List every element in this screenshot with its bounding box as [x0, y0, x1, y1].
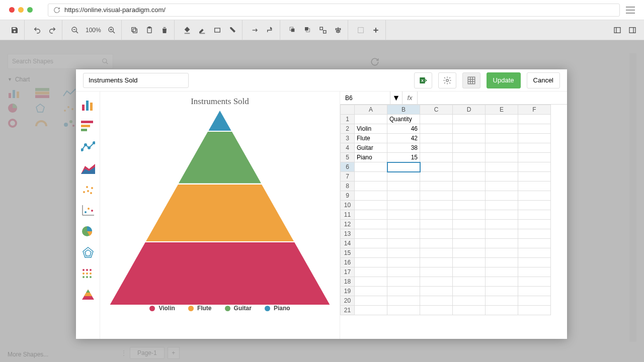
- cell[interactable]: [518, 124, 551, 134]
- cell[interactable]: [420, 143, 453, 153]
- minimize-window[interactable]: [18, 7, 24, 13]
- type-pie-icon[interactable]: [81, 225, 95, 237]
- row-header[interactable]: 18: [341, 277, 355, 287]
- type-pyramid-icon[interactable]: [81, 289, 95, 301]
- row-header[interactable]: 14: [341, 239, 355, 248]
- row-header[interactable]: 15: [341, 248, 355, 258]
- cell[interactable]: [518, 248, 551, 258]
- cell[interactable]: [420, 220, 453, 229]
- cell[interactable]: [453, 248, 486, 258]
- cell[interactable]: [486, 287, 518, 296]
- settings-button[interactable]: [438, 72, 456, 88]
- cell[interactable]: [387, 172, 420, 182]
- connector-style-button[interactable]: [264, 24, 277, 37]
- type-scatter-axis-icon[interactable]: [81, 204, 95, 216]
- cell[interactable]: [453, 296, 486, 306]
- cell[interactable]: [420, 267, 453, 277]
- browser-menu-icon[interactable]: [626, 7, 635, 14]
- cell[interactable]: [518, 277, 551, 287]
- cell[interactable]: [486, 143, 518, 153]
- cell[interactable]: [486, 306, 518, 315]
- cell[interactable]: [486, 191, 518, 201]
- col-header[interactable]: F: [518, 105, 551, 115]
- cell[interactable]: [420, 134, 453, 143]
- cell[interactable]: [518, 229, 551, 239]
- cell[interactable]: [387, 201, 420, 210]
- cell[interactable]: [453, 153, 486, 162]
- bring-front-button[interactable]: [286, 24, 299, 37]
- cell[interactable]: [486, 210, 518, 220]
- paste-button[interactable]: [143, 24, 156, 37]
- redo-button[interactable]: [46, 24, 59, 37]
- type-line-icon[interactable]: [81, 141, 95, 153]
- export-excel-button[interactable]: X: [414, 72, 432, 88]
- data-grid-toggle[interactable]: [462, 72, 480, 88]
- cell[interactable]: [453, 134, 486, 143]
- cell[interactable]: [518, 267, 551, 277]
- cell[interactable]: [355, 248, 387, 258]
- cell[interactable]: [453, 277, 486, 287]
- shape-style-button[interactable]: [211, 24, 224, 37]
- row-header[interactable]: 10: [341, 201, 355, 210]
- cell[interactable]: Violin: [355, 124, 387, 134]
- cell[interactable]: [486, 134, 518, 143]
- cell[interactable]: [453, 258, 486, 267]
- cell[interactable]: [355, 172, 387, 182]
- copy-button[interactable]: [128, 24, 141, 37]
- cell[interactable]: [355, 191, 387, 201]
- cell[interactable]: [486, 162, 518, 172]
- cell[interactable]: [486, 229, 518, 239]
- cell[interactable]: [518, 115, 551, 124]
- type-dots-icon[interactable]: [81, 267, 95, 280]
- cell[interactable]: [420, 258, 453, 267]
- cell[interactable]: [453, 201, 486, 210]
- cell[interactable]: [486, 248, 518, 258]
- cancel-button[interactable]: Cancel: [527, 72, 560, 88]
- cell[interactable]: [355, 201, 387, 210]
- cell[interactable]: 42: [387, 134, 420, 143]
- row-header[interactable]: 2: [341, 124, 355, 134]
- cell[interactable]: [355, 267, 387, 277]
- cell[interactable]: [518, 172, 551, 182]
- cell[interactable]: [518, 162, 551, 172]
- cell[interactable]: [420, 153, 453, 162]
- cell[interactable]: [453, 115, 486, 124]
- cell[interactable]: [453, 210, 486, 220]
- cell[interactable]: [420, 239, 453, 248]
- cell[interactable]: [518, 239, 551, 248]
- cell-ref-dropdown[interactable]: ▼: [390, 92, 403, 104]
- close-window[interactable]: [9, 7, 15, 13]
- cell[interactable]: [518, 143, 551, 153]
- cell[interactable]: [420, 162, 453, 172]
- cell[interactable]: [387, 162, 420, 172]
- row-header[interactable]: 9: [341, 191, 355, 201]
- cell[interactable]: [518, 153, 551, 162]
- row-header[interactable]: 8: [341, 182, 355, 191]
- row-header[interactable]: 7: [341, 172, 355, 182]
- cell[interactable]: [486, 296, 518, 306]
- cell[interactable]: [387, 229, 420, 239]
- cell[interactable]: [355, 220, 387, 229]
- cell[interactable]: [387, 220, 420, 229]
- cell[interactable]: [486, 172, 518, 182]
- cell[interactable]: [355, 258, 387, 267]
- cell[interactable]: [355, 229, 387, 239]
- cell[interactable]: [486, 267, 518, 277]
- cell[interactable]: [387, 191, 420, 201]
- cell[interactable]: [453, 191, 486, 201]
- send-back-button[interactable]: [301, 24, 314, 37]
- cell[interactable]: [420, 201, 453, 210]
- cell[interactable]: [355, 162, 387, 172]
- row-header[interactable]: 5: [341, 153, 355, 162]
- cell[interactable]: [355, 115, 387, 124]
- cell[interactable]: [387, 277, 420, 287]
- cell[interactable]: [355, 296, 387, 306]
- cell[interactable]: [453, 182, 486, 191]
- cell[interactable]: [486, 115, 518, 124]
- col-header[interactable]: D: [453, 105, 486, 115]
- cell[interactable]: [486, 124, 518, 134]
- cell[interactable]: [518, 201, 551, 210]
- save-button[interactable]: [8, 24, 21, 37]
- cell[interactable]: 15: [387, 153, 420, 162]
- type-area-icon[interactable]: [81, 162, 95, 174]
